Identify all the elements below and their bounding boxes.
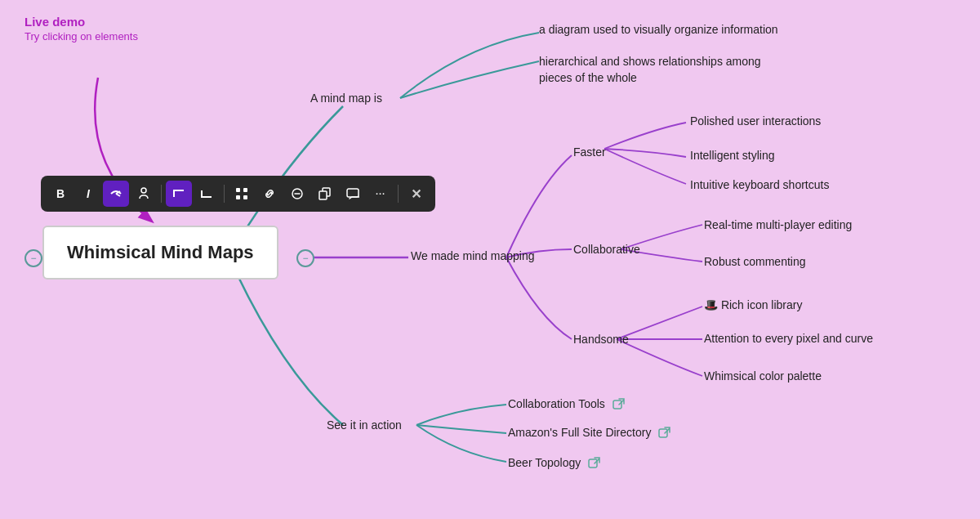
bold-button[interactable]: B [47, 181, 74, 207]
node-diagram[interactable]: a diagram used to visually organize info… [539, 23, 778, 36]
node-amazon[interactable]: Amazon's Full Site Directory [508, 426, 671, 440]
comment-button[interactable] [340, 181, 366, 207]
more-button[interactable]: ··· [368, 181, 394, 207]
node-polished[interactable]: Polished user interactions [690, 114, 821, 128]
italic-button[interactable]: I [75, 181, 101, 207]
node-we-made[interactable]: We made mind mapping [411, 249, 534, 262]
live-demo-section: Live demo Try clicking on elements [24, 15, 138, 43]
node-hierarchical[interactable]: hierarchical and shows relationships amo… [539, 54, 784, 86]
node-color-palette[interactable]: Whimsical color palette [704, 369, 822, 383]
node-collaborative[interactable]: Collaborative [573, 243, 640, 256]
svg-rect-10 [659, 429, 667, 437]
svg-rect-7 [319, 191, 327, 199]
grid-button[interactable] [229, 181, 255, 207]
node-faster[interactable]: Faster [573, 145, 606, 159]
live-demo-title: Live demo [24, 15, 138, 29]
collapse-left-button[interactable]: − [24, 249, 42, 267]
collapse-right-button[interactable]: − [296, 249, 314, 267]
node-pixel[interactable]: Attention to every pixel and curve [704, 332, 873, 345]
elbow-2-button[interactable] [194, 181, 220, 207]
elbow-1-button[interactable] [166, 181, 192, 207]
svg-rect-2 [243, 188, 247, 192]
svg-rect-8 [347, 189, 359, 197]
node-realtime[interactable]: Real-time multi-player editing [704, 218, 852, 231]
close-button[interactable]: ✕ [403, 181, 429, 207]
node-commenting[interactable]: Robust commenting [704, 255, 806, 268]
svg-rect-11 [589, 459, 597, 468]
node-rich-icons[interactable]: 🎩 Rich icon library [704, 298, 802, 311]
node-intuitive[interactable]: Intuitive keyboard shortcuts [690, 178, 829, 191]
svg-rect-3 [236, 195, 240, 199]
toolbar-divider-2 [224, 185, 225, 203]
central-node[interactable]: Whimsical Mind Maps [42, 226, 278, 280]
branch-curved-button[interactable] [103, 181, 129, 207]
node-beer[interactable]: Beer Topology [508, 456, 601, 470]
link-button[interactable] [256, 181, 283, 207]
copy-button[interactable] [312, 181, 338, 207]
node-mind-map-is[interactable]: A mind map is [310, 92, 382, 105]
node-collab-tools[interactable]: Collaboration Tools [508, 397, 626, 411]
node-intelligent[interactable]: Intelligent styling [690, 149, 775, 162]
svg-point-0 [141, 188, 146, 193]
svg-rect-1 [236, 188, 240, 192]
central-node-label: Whimsical Mind Maps [67, 242, 254, 262]
node-see-action[interactable]: See it in action [327, 418, 402, 432]
svg-rect-9 [613, 400, 621, 409]
branch-person-button[interactable] [131, 181, 157, 207]
minus-button[interactable] [284, 181, 310, 207]
toolbar-divider-3 [398, 185, 399, 203]
toolbar-divider-1 [161, 185, 162, 203]
formatting-toolbar: B I [41, 176, 435, 212]
live-demo-subtitle: Try clicking on elements [24, 30, 138, 43]
svg-rect-4 [243, 195, 247, 199]
node-handsome[interactable]: Handsome [573, 333, 629, 346]
